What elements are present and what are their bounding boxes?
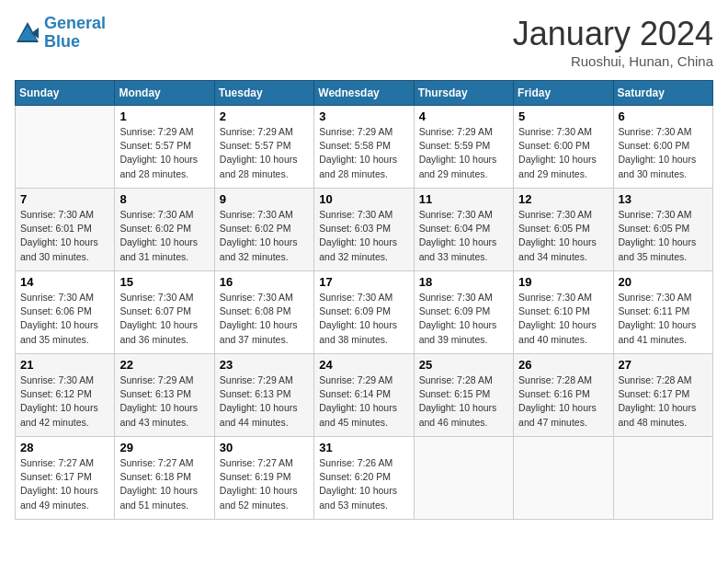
day-info: Sunrise: 7:30 AM Sunset: 6:06 PM Dayligh… [20, 291, 109, 347]
logo: General Blue [15, 15, 106, 52]
day-number: 17 [319, 275, 408, 289]
day-info: Sunrise: 7:30 AM Sunset: 6:04 PM Dayligh… [419, 208, 508, 264]
day-number: 18 [419, 275, 508, 289]
day-info: Sunrise: 7:28 AM Sunset: 6:17 PM Dayligh… [619, 373, 708, 430]
month-title: January 2024 [513, 15, 713, 53]
week-row-3: 14Sunrise: 7:30 AM Sunset: 6:06 PM Dayli… [16, 271, 713, 354]
day-info: Sunrise: 7:26 AM Sunset: 6:20 PM Dayligh… [319, 456, 408, 512]
calendar-cell: 9Sunrise: 7:30 AM Sunset: 6:02 PM Daylig… [214, 189, 313, 271]
day-number: 24 [319, 358, 408, 372]
calendar-cell: 11Sunrise: 7:30 AM Sunset: 6:04 PM Dayli… [414, 189, 513, 271]
day-info: Sunrise: 7:29 AM Sunset: 5:57 PM Dayligh… [220, 125, 309, 181]
day-number: 1 [119, 109, 209, 123]
calendar-cell: 14Sunrise: 7:30 AM Sunset: 6:06 PM Dayli… [16, 271, 115, 354]
day-number: 25 [419, 358, 508, 372]
day-number: 8 [119, 192, 209, 206]
day-info: Sunrise: 7:29 AM Sunset: 5:57 PM Dayligh… [119, 125, 209, 181]
day-number: 3 [319, 109, 408, 123]
calendar-cell [514, 437, 613, 520]
day-info: Sunrise: 7:29 AM Sunset: 5:58 PM Dayligh… [319, 125, 408, 181]
calendar-cell: 26Sunrise: 7:28 AM Sunset: 6:16 PM Dayli… [514, 354, 613, 437]
calendar-cell: 25Sunrise: 7:28 AM Sunset: 6:15 PM Dayli… [414, 354, 513, 437]
day-info: Sunrise: 7:30 AM Sunset: 6:01 PM Dayligh… [20, 208, 109, 264]
calendar-cell: 8Sunrise: 7:30 AM Sunset: 6:02 PM Daylig… [115, 189, 214, 271]
day-number: 21 [20, 358, 109, 372]
day-info: Sunrise: 7:28 AM Sunset: 6:16 PM Dayligh… [518, 373, 608, 430]
calendar-cell: 20Sunrise: 7:30 AM Sunset: 6:11 PM Dayli… [613, 271, 712, 354]
day-info: Sunrise: 7:30 AM Sunset: 6:00 PM Dayligh… [518, 125, 608, 181]
day-number: 31 [319, 441, 408, 454]
day-info: Sunrise: 7:30 AM Sunset: 6:09 PM Dayligh… [419, 291, 508, 347]
calendar-cell [16, 106, 115, 189]
day-header-monday: Monday [115, 81, 214, 106]
calendar-cell: 18Sunrise: 7:30 AM Sunset: 6:09 PM Dayli… [414, 271, 513, 354]
days-header-row: SundayMondayTuesdayWednesdayThursdayFrid… [16, 81, 713, 106]
day-number: 19 [518, 275, 608, 289]
calendar-cell: 3Sunrise: 7:29 AM Sunset: 5:58 PM Daylig… [314, 106, 414, 189]
calendar-cell [613, 437, 712, 520]
calendar-cell: 28Sunrise: 7:27 AM Sunset: 6:17 PM Dayli… [16, 437, 115, 520]
day-number: 12 [518, 192, 608, 206]
day-number: 28 [20, 441, 109, 454]
logo-line1: General [44, 14, 106, 32]
day-info: Sunrise: 7:30 AM Sunset: 6:09 PM Dayligh… [319, 291, 408, 347]
day-info: Sunrise: 7:29 AM Sunset: 5:59 PM Dayligh… [419, 125, 508, 181]
day-info: Sunrise: 7:30 AM Sunset: 6:08 PM Dayligh… [220, 291, 309, 347]
day-number: 22 [119, 358, 209, 372]
day-info: Sunrise: 7:27 AM Sunset: 6:19 PM Dayligh… [220, 456, 309, 512]
calendar-cell: 19Sunrise: 7:30 AM Sunset: 6:10 PM Dayli… [514, 271, 613, 354]
calendar-cell: 21Sunrise: 7:30 AM Sunset: 6:12 PM Dayli… [16, 354, 115, 437]
calendar-cell: 10Sunrise: 7:30 AM Sunset: 6:03 PM Dayli… [314, 189, 414, 271]
day-info: Sunrise: 7:30 AM Sunset: 6:00 PM Dayligh… [619, 125, 708, 181]
calendar-cell: 6Sunrise: 7:30 AM Sunset: 6:00 PM Daylig… [613, 106, 712, 189]
day-number: 5 [518, 109, 608, 123]
day-info: Sunrise: 7:30 AM Sunset: 6:02 PM Dayligh… [119, 208, 209, 264]
calendar-cell: 23Sunrise: 7:29 AM Sunset: 6:13 PM Dayli… [214, 354, 313, 437]
day-info: Sunrise: 7:29 AM Sunset: 6:13 PM Dayligh… [220, 373, 309, 430]
title-block: January 2024 Ruoshui, Hunan, China [513, 15, 713, 69]
day-number: 20 [619, 275, 708, 289]
calendar-table: SundayMondayTuesdayWednesdayThursdayFrid… [15, 80, 713, 520]
day-number: 6 [619, 109, 708, 123]
calendar-cell: 13Sunrise: 7:30 AM Sunset: 6:05 PM Dayli… [613, 189, 712, 271]
day-info: Sunrise: 7:27 AM Sunset: 6:18 PM Dayligh… [119, 456, 209, 512]
logo-icon [15, 20, 40, 46]
day-number: 26 [518, 358, 608, 372]
page-header: General Blue January 2024 Ruoshui, Hunan… [15, 15, 713, 69]
week-row-2: 7Sunrise: 7:30 AM Sunset: 6:01 PM Daylig… [16, 189, 713, 271]
day-number: 30 [220, 441, 309, 454]
day-number: 7 [20, 192, 109, 206]
day-header-friday: Friday [514, 81, 613, 106]
day-info: Sunrise: 7:30 AM Sunset: 6:12 PM Dayligh… [20, 373, 109, 430]
calendar-cell: 15Sunrise: 7:30 AM Sunset: 6:07 PM Dayli… [115, 271, 214, 354]
calendar-cell: 30Sunrise: 7:27 AM Sunset: 6:19 PM Dayli… [214, 437, 313, 520]
calendar-cell: 31Sunrise: 7:26 AM Sunset: 6:20 PM Dayli… [314, 437, 414, 520]
calendar-cell: 12Sunrise: 7:30 AM Sunset: 6:05 PM Dayli… [514, 189, 613, 271]
logo-line2: Blue [44, 32, 80, 51]
calendar-cell: 7Sunrise: 7:30 AM Sunset: 6:01 PM Daylig… [16, 189, 115, 271]
calendar-cell: 4Sunrise: 7:29 AM Sunset: 5:59 PM Daylig… [414, 106, 513, 189]
week-row-4: 21Sunrise: 7:30 AM Sunset: 6:12 PM Dayli… [16, 354, 713, 437]
day-header-sunday: Sunday [16, 81, 115, 106]
logo-text: General Blue [44, 15, 106, 52]
calendar-cell: 22Sunrise: 7:29 AM Sunset: 6:13 PM Dayli… [115, 354, 214, 437]
day-number: 23 [220, 358, 309, 372]
day-info: Sunrise: 7:29 AM Sunset: 6:14 PM Dayligh… [319, 373, 408, 430]
day-number: 4 [419, 109, 508, 123]
day-number: 27 [619, 358, 708, 372]
day-number: 16 [220, 275, 309, 289]
calendar-cell: 5Sunrise: 7:30 AM Sunset: 6:00 PM Daylig… [514, 106, 613, 189]
day-info: Sunrise: 7:30 AM Sunset: 6:02 PM Dayligh… [220, 208, 309, 264]
week-row-5: 28Sunrise: 7:27 AM Sunset: 6:17 PM Dayli… [16, 437, 713, 520]
day-info: Sunrise: 7:30 AM Sunset: 6:10 PM Dayligh… [518, 291, 608, 347]
calendar-cell: 16Sunrise: 7:30 AM Sunset: 6:08 PM Dayli… [214, 271, 313, 354]
day-info: Sunrise: 7:29 AM Sunset: 6:13 PM Dayligh… [119, 373, 209, 430]
day-info: Sunrise: 7:28 AM Sunset: 6:15 PM Dayligh… [419, 373, 508, 430]
day-info: Sunrise: 7:30 AM Sunset: 6:03 PM Dayligh… [319, 208, 408, 264]
day-number: 2 [220, 109, 309, 123]
calendar-cell: 27Sunrise: 7:28 AM Sunset: 6:17 PM Dayli… [613, 354, 712, 437]
day-header-wednesday: Wednesday [314, 81, 414, 106]
day-info: Sunrise: 7:30 AM Sunset: 6:11 PM Dayligh… [619, 291, 708, 347]
day-number: 11 [419, 192, 508, 206]
week-row-1: 1Sunrise: 7:29 AM Sunset: 5:57 PM Daylig… [16, 106, 713, 189]
